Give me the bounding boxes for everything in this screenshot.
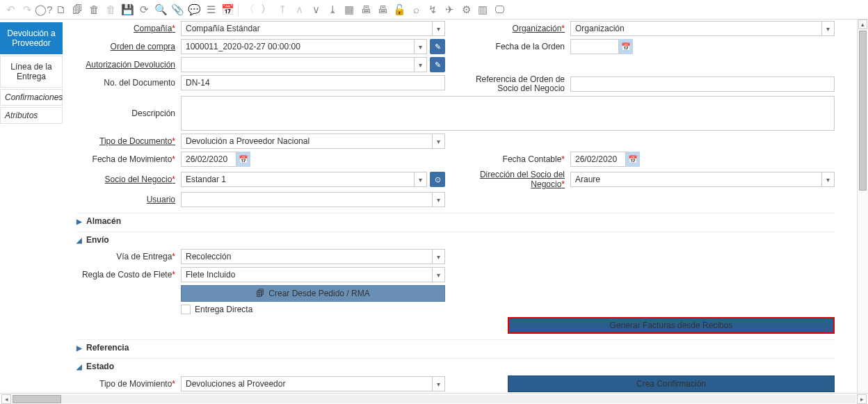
- chat-icon[interactable]: 💬: [188, 3, 200, 16]
- up-icon[interactable]: ∧: [293, 3, 305, 16]
- input-fecha-contable[interactable]: [570, 152, 626, 167]
- btn-generar-facturas[interactable]: Generar Facturas desde Recibos: [508, 317, 835, 334]
- input-fecha-mov[interactable]: [181, 152, 236, 167]
- input-ref-socio[interactable]: [570, 76, 835, 92]
- gear-icon[interactable]: ⚙: [460, 3, 472, 16]
- btn-crea-confirmacion[interactable]: Crea Confirmación: [508, 375, 835, 392]
- label-descripcion: Descripción: [77, 108, 181, 118]
- section-header-envio[interactable]: ◢Envío: [77, 235, 835, 245]
- down-icon[interactable]: ∨: [310, 3, 322, 16]
- input-socio[interactable]: [181, 172, 415, 187]
- tab-devolucion[interactable]: Devolución a Proveedor: [0, 22, 63, 54]
- dd-organizacion[interactable]: ▾: [822, 21, 835, 36]
- next-icon[interactable]: 〉: [259, 3, 272, 16]
- new-icon[interactable]: 🗋: [54, 3, 67, 16]
- input-compania[interactable]: [181, 21, 433, 36]
- search-icon[interactable]: 🔍: [154, 3, 167, 16]
- redo-icon[interactable]: ↷: [21, 3, 33, 16]
- request-icon[interactable]: ✈: [443, 3, 456, 16]
- label-organizacion: Organización: [466, 24, 570, 33]
- undo-icon[interactable]: ↶: [4, 3, 17, 16]
- label-via-entrega: Vía de Entrega: [77, 252, 181, 261]
- label-autorizacion: Autorización Devolución: [77, 60, 181, 70]
- delete2-icon[interactable]: 🗑: [104, 3, 117, 16]
- input-direccion[interactable]: [570, 172, 822, 187]
- input-orden-compra[interactable]: [181, 39, 415, 54]
- zoom-icon[interactable]: ⌕: [410, 3, 422, 16]
- input-tipo-mov[interactable]: [181, 376, 433, 391]
- scroll-right-icon[interactable]: ▸: [857, 394, 867, 404]
- checkbox-entrega-directa[interactable]: [181, 305, 191, 314]
- input-usuario[interactable]: [181, 192, 433, 207]
- prev-icon[interactable]: 〈: [243, 3, 255, 16]
- tab-linea-entrega[interactable]: Línea de la Entrega: [0, 56, 63, 88]
- input-ndoc[interactable]: [181, 75, 445, 90]
- grid-icon[interactable]: ☰: [204, 3, 217, 16]
- dd-orden-compra[interactable]: ▾: [415, 39, 427, 54]
- info-icon[interactable]: ▥: [476, 3, 489, 16]
- lock-icon[interactable]: 🔓: [393, 3, 405, 16]
- tab-confirmaciones[interactable]: Confirmaciones: [0, 89, 63, 106]
- form-content: Compañía ▾ Organización ▾ Orden de compr…: [63, 19, 857, 404]
- scroll-thumb[interactable]: [859, 31, 867, 191]
- textarea-descripcion[interactable]: [181, 96, 835, 131]
- scroll-thumb-h[interactable]: [13, 395, 61, 403]
- dd-direccion[interactable]: ▾: [822, 172, 835, 187]
- input-flete[interactable]: [181, 267, 433, 282]
- last-icon[interactable]: ⤓: [326, 3, 339, 16]
- section-title-referencia: Referencia: [86, 343, 129, 353]
- refresh-icon[interactable]: ⟳: [138, 3, 150, 16]
- vertical-scrollbar[interactable]: ▴ ▾: [857, 19, 868, 404]
- section-title-envio: Envío: [86, 235, 109, 245]
- btn-crear-desde-pedido[interactable]: 🗐Crear Desde Pedido / RMA: [181, 285, 445, 302]
- label-usuario: Usuario: [77, 195, 181, 204]
- workflow-icon[interactable]: ↯: [426, 3, 439, 16]
- horizontal-scrollbar[interactable]: ◂ ▸: [0, 393, 868, 404]
- scroll-up-icon[interactable]: ▴: [858, 19, 867, 29]
- section-header-referencia[interactable]: ▶Referencia: [77, 343, 835, 353]
- form-grid: Compañía ▾ Organización ▾ Orden de compr…: [77, 21, 835, 404]
- btn-orden-compra[interactable]: ✎: [430, 39, 445, 54]
- scroll-left-icon[interactable]: ◂: [1, 394, 11, 404]
- dd-usuario[interactable]: ▾: [433, 192, 445, 207]
- attach-icon[interactable]: 📎: [171, 3, 184, 16]
- tab-atributos[interactable]: Atributos: [0, 107, 63, 124]
- calendar-icon[interactable]: 📅: [221, 3, 234, 16]
- section-referencia: ▶Referencia: [77, 339, 835, 353]
- dd-tipo-mov[interactable]: ▾: [433, 376, 445, 391]
- screen-icon[interactable]: 🖵: [493, 3, 506, 16]
- input-autorizacion[interactable]: [181, 57, 415, 72]
- copy-icon: 🗐: [256, 289, 264, 298]
- input-organizacion[interactable]: [570, 21, 822, 36]
- btn-socio[interactable]: ⊙: [430, 172, 445, 187]
- section-header-estado[interactable]: ◢Estado: [77, 362, 835, 371]
- delete-icon[interactable]: 🗑: [88, 3, 100, 16]
- dd-tipo-doc[interactable]: ▾: [433, 134, 445, 149]
- middle-area: Devolución a Proveedor Línea de la Entre…: [0, 19, 868, 404]
- btn-autorizacion[interactable]: ✎: [430, 57, 445, 72]
- cal-fecha-orden[interactable]: 📅: [619, 39, 633, 54]
- print-icon[interactable]: 🖶: [360, 3, 372, 16]
- copy-icon[interactable]: 🗐: [71, 3, 83, 16]
- section-header-almacen[interactable]: ▶Almacén: [77, 216, 835, 226]
- scroll-track[interactable]: [13, 395, 855, 403]
- cal-fecha-contable[interactable]: 📅: [626, 152, 640, 167]
- first-icon[interactable]: ⤒: [276, 3, 289, 16]
- dd-via-entrega[interactable]: ▾: [433, 249, 445, 264]
- label-fecha-mov: Fecha de Movimiento: [77, 154, 181, 164]
- btn-generar-label: Generar Facturas desde Recibos: [610, 321, 733, 330]
- dd-autorizacion[interactable]: ▾: [415, 57, 427, 72]
- label-flete: Regla de Costo de Flete: [77, 270, 181, 280]
- dd-flete[interactable]: ▾: [433, 267, 445, 282]
- help-icon[interactable]: ◯?: [38, 3, 50, 16]
- dd-compania[interactable]: ▾: [433, 21, 445, 36]
- label-ref-socio: Referencia de Orden de Socio del Negocio: [466, 75, 570, 93]
- report-icon[interactable]: ▦: [343, 3, 355, 16]
- save-icon[interactable]: 💾: [121, 3, 134, 16]
- cal-fecha-mov[interactable]: 📅: [236, 152, 250, 167]
- input-via-entrega[interactable]: [181, 249, 433, 264]
- input-tipo-doc[interactable]: [181, 134, 433, 149]
- dd-socio[interactable]: ▾: [415, 172, 427, 187]
- input-fecha-orden[interactable]: [570, 39, 619, 54]
- print2-icon[interactable]: 🖶: [376, 3, 389, 16]
